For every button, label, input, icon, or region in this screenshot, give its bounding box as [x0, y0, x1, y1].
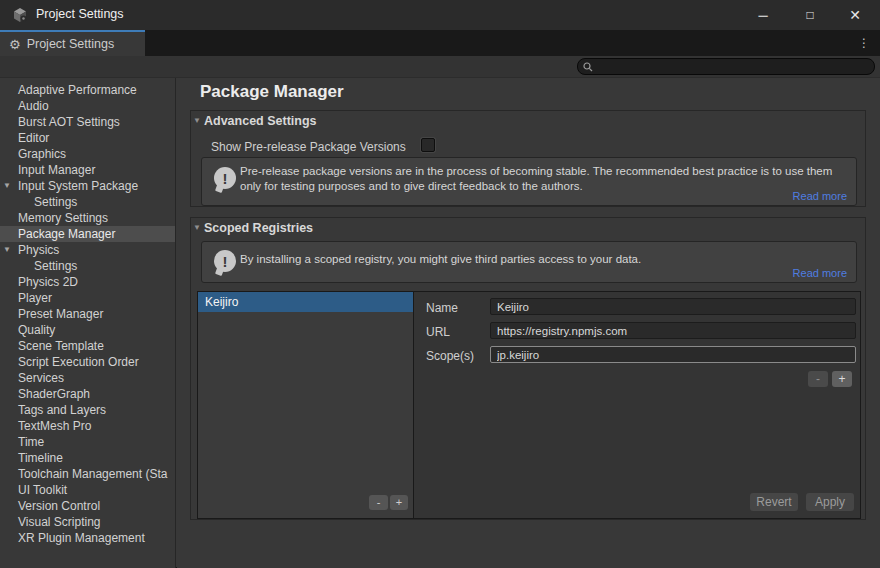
sidebar-item-label: Package Manager — [18, 227, 115, 241]
sidebar-item-label: Memory Settings — [18, 211, 108, 225]
sidebar-item-audio[interactable]: Audio — [0, 98, 175, 114]
settings-sidebar[interactable]: Adaptive PerformanceAudioBurst AOT Setti… — [0, 78, 176, 568]
info-exclamation-icon: ! — [214, 250, 236, 272]
tab-label: Project Settings — [27, 37, 115, 51]
foldout-arrow-icon[interactable]: ▼ — [3, 178, 11, 194]
sidebar-item-quality[interactable]: Quality — [0, 322, 175, 338]
sidebar-item-label: Time — [18, 435, 44, 449]
name-field-label: Name — [426, 301, 458, 315]
sidebar-item-visual-scripting[interactable]: Visual Scripting — [0, 514, 175, 530]
sidebar-item-xr-plugin-management[interactable]: XR Plugin Management — [0, 530, 175, 546]
sidebar-item-label: Version Control — [18, 499, 100, 513]
sidebar-item-label: XR Plugin Management — [18, 531, 145, 545]
sidebar-item-label: Script Execution Order — [18, 355, 139, 369]
sidebar-item-script-execution-order[interactable]: Script Execution Order — [0, 354, 175, 370]
scoped-registry-info-box: ! By installing a scoped registry, you m… — [201, 241, 857, 283]
sidebar-item-timeline[interactable]: Timeline — [0, 450, 175, 466]
url-field[interactable] — [490, 322, 856, 339]
scope-s--field[interactable] — [490, 346, 856, 363]
prerelease-info-text: Pre-release package versions are in the … — [240, 164, 840, 194]
search-icon — [583, 62, 593, 72]
info-exclamation-icon: ! — [214, 167, 236, 189]
sidebar-item-package-manager[interactable]: Package Manager — [0, 226, 175, 242]
search-box[interactable] — [577, 58, 875, 75]
minimize-button[interactable]: ─ — [746, 0, 780, 30]
sidebar-item-settings[interactable]: Settings — [0, 194, 175, 210]
sidebar-item-physics[interactable]: ▼Physics — [0, 242, 175, 258]
sidebar-item-adaptive-performance[interactable]: Adaptive Performance — [0, 82, 175, 98]
show-prerelease-label: Show Pre-release Package Versions — [211, 140, 406, 154]
project-settings-window: Project Settings ─ □ ✕ ⚙ Project Setting… — [0, 0, 880, 568]
sidebar-item-label: Services — [18, 371, 64, 385]
sidebar-item-memory-settings[interactable]: Memory Settings — [0, 210, 175, 226]
sidebar-item-label: Physics 2D — [18, 275, 78, 289]
sidebar-item-label: Quality — [18, 323, 55, 337]
read-more-link[interactable]: Read more — [793, 267, 847, 279]
add-scope-button[interactable]: + — [832, 371, 852, 387]
close-button[interactable]: ✕ — [838, 0, 872, 30]
tab-bar: ⚙ Project Settings ⋮ — [0, 30, 880, 56]
registry-list-item[interactable]: Keijiro — [198, 292, 413, 312]
sidebar-item-ui-toolkit[interactable]: UI Toolkit — [0, 482, 175, 498]
sidebar-item-label: Adaptive Performance — [18, 83, 137, 97]
remove-scope-button[interactable]: - — [808, 371, 828, 387]
unity-cube-icon — [12, 7, 28, 23]
foldout-arrow-icon[interactable]: ▼ — [193, 223, 201, 232]
sidebar-item-services[interactable]: Services — [0, 370, 175, 386]
sidebar-item-label: Timeline — [18, 451, 63, 465]
scoped-registries-section: ▼ Scoped Registries ! By installing a sc… — [190, 217, 866, 520]
sidebar-item-label: Preset Manager — [18, 307, 103, 321]
sidebar-item-preset-manager[interactable]: Preset Manager — [0, 306, 175, 322]
scoped-registries-header[interactable]: Scoped Registries — [204, 221, 313, 235]
sidebar-item-input-system-package[interactable]: ▼Input System Package — [0, 178, 175, 194]
sidebar-item-textmesh-pro[interactable]: TextMesh Pro — [0, 418, 175, 434]
apply-button[interactable]: Apply — [806, 493, 854, 511]
sidebar-item-label: UI Toolkit — [18, 483, 67, 497]
sidebar-item-input-manager[interactable]: Input Manager — [0, 162, 175, 178]
add-registry-button[interactable]: + — [390, 495, 408, 510]
sidebar-item-label: Burst AOT Settings — [18, 115, 120, 129]
sidebar-item-shadergraph[interactable]: ShaderGraph — [0, 386, 175, 402]
sidebar-item-label: Toolchain Management (Sta — [18, 467, 167, 481]
scoped-registry-info-text: By installing a scoped registry, you mig… — [240, 252, 840, 267]
sidebar-item-physics-2d[interactable]: Physics 2D — [0, 274, 175, 290]
sidebar-item-label: Scene Template — [18, 339, 104, 353]
window-title: Project Settings — [36, 7, 124, 21]
sidebar-item-label: Player — [18, 291, 52, 305]
registry-list[interactable]: Keijiro — [198, 292, 414, 518]
tab-options-menu-icon[interactable]: ⋮ — [856, 30, 872, 56]
foldout-arrow-icon[interactable]: ▼ — [193, 116, 201, 125]
url-field-label: URL — [426, 325, 450, 339]
sidebar-item-tags-and-layers[interactable]: Tags and Layers — [0, 402, 175, 418]
search-input[interactable] — [593, 60, 874, 73]
title-bar: Project Settings ─ □ ✕ — [0, 0, 880, 30]
tab-project-settings[interactable]: ⚙ Project Settings — [0, 30, 145, 56]
sidebar-item-label: Tags and Layers — [18, 403, 106, 417]
revert-button[interactable]: Revert — [750, 493, 798, 511]
advanced-settings-section: ▼ Advanced Settings Show Pre-release Pac… — [190, 110, 866, 207]
sidebar-item-burst-aot-settings[interactable]: Burst AOT Settings — [0, 114, 175, 130]
sidebar-item-time[interactable]: Time — [0, 434, 175, 450]
maximize-button[interactable]: □ — [793, 0, 827, 30]
main-pane: Package Manager ▼ Advanced Settings Show… — [177, 78, 880, 568]
sidebar-item-editor[interactable]: Editor — [0, 130, 175, 146]
foldout-arrow-icon[interactable]: ▼ — [3, 242, 11, 258]
scope-s--field-label: Scope(s) — [426, 349, 474, 363]
read-more-link[interactable]: Read more — [793, 190, 847, 202]
name-field[interactable] — [490, 298, 856, 315]
sidebar-item-label: ShaderGraph — [18, 387, 90, 401]
prerelease-info-box: ! Pre-release package versions are in th… — [201, 157, 857, 206]
sidebar-item-player[interactable]: Player — [0, 290, 175, 306]
advanced-settings-header[interactable]: Advanced Settings — [204, 114, 317, 128]
sidebar-item-settings[interactable]: Settings — [0, 258, 175, 274]
page-title: Package Manager — [200, 82, 344, 102]
show-prerelease-checkbox[interactable] — [421, 138, 435, 152]
sidebar-item-label: Physics — [18, 243, 59, 257]
sidebar-item-toolchain-management-sta[interactable]: Toolchain Management (Sta — [0, 466, 175, 482]
sidebar-item-scene-template[interactable]: Scene Template — [0, 338, 175, 354]
sidebar-item-version-control[interactable]: Version Control — [0, 498, 175, 514]
registry-panel: Keijiro - + NameURLScope(s) - + Revert A… — [197, 291, 861, 519]
sidebar-item-graphics[interactable]: Graphics — [0, 146, 175, 162]
remove-registry-button[interactable]: - — [369, 495, 388, 510]
sidebar-item-label: TextMesh Pro — [18, 419, 91, 433]
